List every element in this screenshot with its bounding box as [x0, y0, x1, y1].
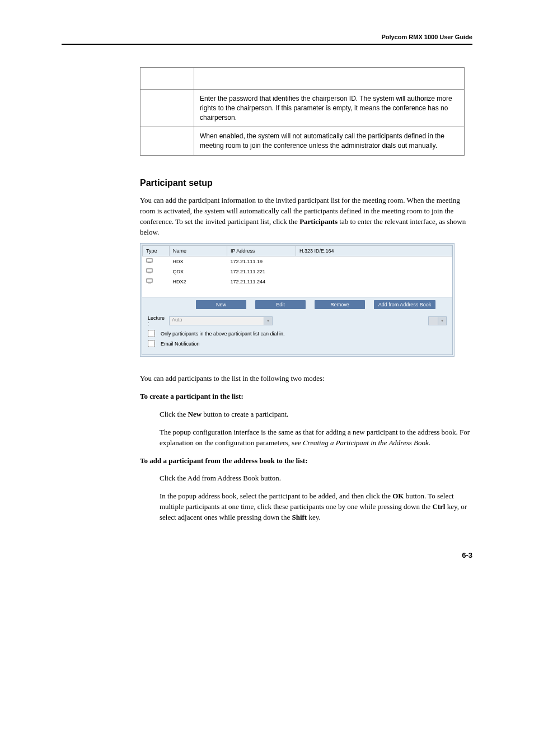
chevron-down-icon: ▾ [264, 317, 272, 325]
intro-paragraph: You can add the participant information … [140, 195, 472, 237]
add-step-2: In the popup address book, select the pa… [160, 491, 472, 523]
page-number: 6-3 [62, 551, 472, 559]
add-from-address-book-button[interactable]: Add from Address Book [374, 300, 435, 309]
row-name: QDX [170, 267, 227, 277]
add-step-1: Click the Add from Address Book button. [160, 473, 472, 484]
lecture-label: Lecture : [148, 315, 165, 326]
param-cell-1 [140, 127, 194, 156]
endpoint-icon [143, 277, 170, 287]
remove-button[interactable]: Remove [315, 300, 365, 309]
table-row[interactable]: HDX 172.21.111.19 [143, 256, 452, 267]
svg-rect-5 [148, 283, 151, 283]
col-type[interactable]: Type [143, 246, 170, 256]
col-ip[interactable]: IP Address [227, 246, 296, 256]
participants-table[interactable]: Type Name IP Address H.323 ID/E.164 HDX … [142, 245, 452, 297]
create-step-2: The popup configuration interface is the… [160, 427, 472, 449]
email-notification-label: Email Notification [161, 341, 200, 347]
chevron-down-icon: ▾ [438, 317, 446, 325]
screenshot-footer: Lecture : Auto ▾ ▾ Only participants in … [142, 312, 452, 354]
create-heading: To create a participant in the list: [140, 391, 472, 402]
only-participants-label: Only participants in the above participa… [161, 331, 285, 337]
list-empty-area [143, 287, 452, 297]
svg-rect-3 [148, 273, 151, 273]
add-heading: To add a participant from the address bo… [140, 456, 472, 466]
only-participants-checkbox[interactable] [148, 330, 155, 337]
guide-title: Polycom RMX 1000 User Guide [381, 34, 472, 40]
lecture-select[interactable]: Auto ▾ [169, 316, 273, 325]
page-header: Polycom RMX 1000 User Guide [62, 34, 472, 45]
section-heading: Participant setup [140, 178, 472, 188]
intro-bold: Participants [299, 217, 338, 226]
row-ip: 172.21.111.19 [227, 256, 296, 267]
table-row[interactable]: HDX2 172.21.111.244 [143, 277, 452, 287]
endpoint-icon [143, 267, 170, 277]
endpoint-icon [143, 256, 170, 267]
svg-rect-2 [147, 269, 152, 272]
create-step-1: Click the New button to create a partici… [160, 409, 472, 420]
col-name[interactable]: Name [170, 246, 227, 256]
param-header [140, 68, 194, 90]
parameter-table: Enter the password that identifies the c… [140, 67, 465, 156]
table-row[interactable]: QDX 172.21.111.221 [143, 267, 452, 277]
row-ip: 172.21.111.244 [227, 277, 296, 287]
desc-header [194, 68, 465, 90]
participants-screenshot: Type Name IP Address H.323 ID/E.164 HDX … [140, 243, 455, 357]
two-modes-text: You can add participants to the list in … [140, 374, 472, 384]
svg-rect-1 [148, 263, 151, 263]
row-name: HDX [170, 256, 227, 267]
col-h323[interactable]: H.323 ID/E.164 [296, 246, 452, 256]
svg-rect-4 [147, 279, 152, 282]
row-ip: 172.21.111.221 [227, 267, 296, 277]
new-button[interactable]: New [196, 300, 246, 309]
lecture-value: Auto [172, 317, 182, 323]
desc-cell-0: Enter the password that identifies the c… [194, 90, 465, 127]
param-cell-0 [140, 90, 194, 127]
desc-cell-1: When enabled, the system will not automa… [194, 127, 465, 156]
edit-button[interactable]: Edit [255, 300, 306, 309]
row-name: HDX2 [170, 277, 227, 287]
lecture-secondary-select[interactable]: ▾ [428, 316, 447, 325]
svg-rect-0 [147, 259, 152, 262]
button-row: New Edit Remove Add from Address Book [142, 297, 452, 312]
email-notification-checkbox[interactable] [148, 340, 155, 347]
